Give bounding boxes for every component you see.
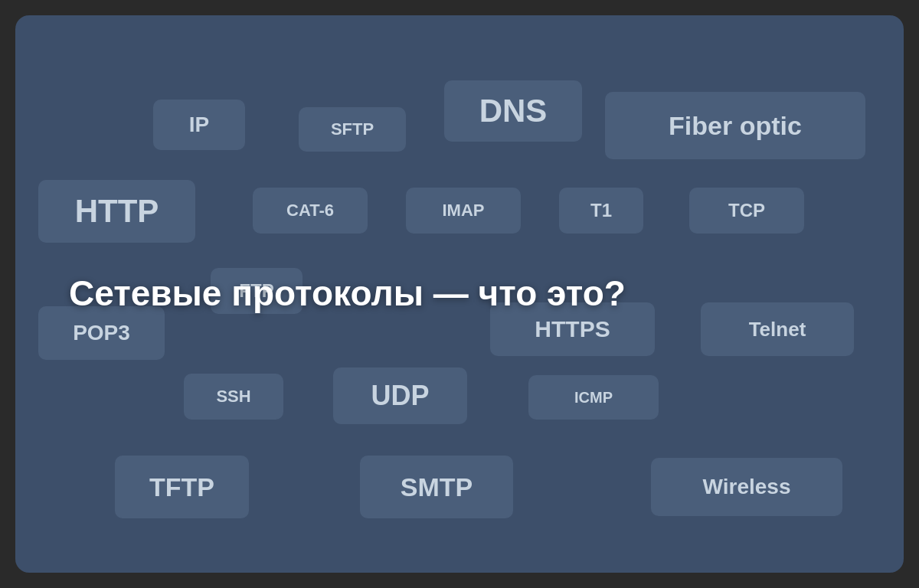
tag-icmp: ICMP xyxy=(528,375,659,420)
tag-ip: IP xyxy=(153,100,245,150)
tag-http: HTTP xyxy=(38,180,195,243)
tag-tcp: TCP xyxy=(689,188,804,234)
tag-smtp: SMTP xyxy=(360,456,513,518)
tag-imap: IMAP xyxy=(406,188,521,234)
tag-fiber: Fiber optic xyxy=(605,92,865,159)
tag-ssh: SSH xyxy=(184,374,283,420)
tag-dns: DNS xyxy=(444,80,582,142)
tag-wireless: Wireless xyxy=(651,458,842,516)
tag-udp: UDP xyxy=(333,368,467,424)
tag-t1: T1 xyxy=(559,188,643,234)
page-title: Сетевые протоколы — что это? xyxy=(69,273,626,315)
tag-cat6: CAT-6 xyxy=(253,188,368,234)
tag-telnet: Telnet xyxy=(701,302,854,356)
tag-tftp: TFTP xyxy=(115,456,249,518)
main-card: Сетевые протоколы — что это? IPSFTPDNSFi… xyxy=(15,15,904,573)
tag-sftp: SFTP xyxy=(299,107,406,152)
